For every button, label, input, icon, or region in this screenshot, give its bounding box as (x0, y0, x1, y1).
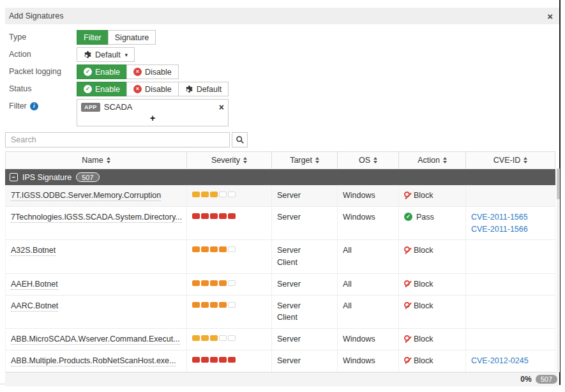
scrollbar-thumb[interactable] (557, 169, 560, 199)
group-row-ips-signature[interactable]: − IPS Signature 507 (5, 169, 555, 185)
search-row (5, 132, 559, 147)
vertical-scrollbar[interactable] (557, 169, 560, 372)
block-icon (404, 192, 410, 197)
column-header-label: Severity (211, 156, 240, 165)
total-count-badge: 507 (536, 375, 557, 384)
target-value: Server (277, 245, 332, 257)
add-signatures-dialog: Add Signatures × Type Filter Signature A… (0, 0, 565, 392)
target-value: Client (277, 257, 332, 269)
packet-logging-disable-button[interactable]: × Disable (126, 64, 179, 79)
severity-block-filled (210, 213, 218, 219)
signatures-table: NameSeverityTargetOSActionCVE-ID − IPS S… (5, 151, 555, 372)
check-circle-icon: ✓ (84, 85, 92, 93)
table-row[interactable]: AARC.BotnetServerClientAllBlock (5, 296, 555, 329)
severity-block-filled (210, 357, 218, 363)
form-row-packet-logging: Packet logging ✓ Enable × Disable (9, 64, 559, 79)
severity-block-filled (192, 192, 200, 197)
os-cell: All (338, 240, 399, 273)
cve-link[interactable]: CVE-2011-1566 (471, 223, 550, 236)
sort-icon (243, 157, 247, 163)
action-default-dropdown[interactable]: Default ▾ (77, 47, 135, 62)
severity-block-filled (210, 246, 218, 252)
severity-block-filled (201, 335, 209, 341)
search-button[interactable] (232, 132, 248, 147)
severity-cell (187, 207, 272, 240)
sort-icon (373, 157, 377, 163)
default-label: Default (197, 85, 222, 94)
table-row[interactable]: 7Technologies.IGSS.SCADA.System.Director… (5, 207, 555, 241)
table-row[interactable]: ABB.MicroSCADA.Wserver.Command.Execut...… (5, 329, 555, 351)
disable-label: Disable (145, 85, 172, 94)
os-cell: All (338, 274, 399, 295)
signature-name-cell: A32S.Botnet (6, 240, 187, 273)
filter-entry-box[interactable]: APP SCADA × + (77, 99, 229, 126)
severity-bar-icon (192, 300, 266, 308)
os-cell: Windows (338, 185, 399, 206)
table-row[interactable]: AAEH.BotnetServerAllBlock (5, 274, 555, 296)
severity-bar-icon (192, 355, 266, 363)
collapse-icon[interactable]: − (10, 173, 18, 181)
gear-icon (185, 85, 193, 93)
block-icon (404, 302, 410, 308)
column-header-label: OS (359, 156, 370, 165)
status-default-button[interactable]: Default (178, 82, 229, 96)
status-segment: ✓ Enable × Disable Default (77, 82, 229, 96)
close-icon[interactable]: × (547, 11, 553, 21)
column-header-action[interactable]: Action (399, 152, 466, 169)
packet-logging-enable-button[interactable]: ✓ Enable (77, 64, 127, 79)
add-filter-line: + (81, 112, 224, 125)
severity-block-filled (192, 246, 200, 252)
table-row[interactable]: A32S.BotnetServerClientAllBlock (5, 240, 555, 274)
table-row[interactable]: ABB.Multiple.Products.RobNetScanHost.exe… (5, 351, 555, 372)
type-signature-button[interactable]: Signature (108, 30, 156, 45)
column-header-os[interactable]: OS (338, 152, 399, 169)
column-header-name[interactable]: Name (6, 152, 187, 169)
sort-icon (315, 157, 319, 163)
severity-bar-icon (192, 211, 266, 219)
severity-block-filled (192, 335, 200, 341)
filter-token-value: SCADA (104, 102, 215, 112)
severity-block-filled (210, 192, 218, 197)
form-row-status: Status ✓ Enable × Disable Default (9, 82, 559, 96)
status-enable-button[interactable]: ✓ Enable (77, 82, 127, 96)
severity-bar-icon (192, 190, 266, 197)
cve-cell (466, 296, 555, 329)
remove-filter-icon[interactable]: × (219, 103, 224, 112)
action-value: Default (95, 50, 121, 59)
signature-name: AAEH.Botnet (11, 280, 58, 290)
severity-block-filled (201, 357, 209, 363)
target-value: Server (277, 278, 332, 290)
column-header-target[interactable]: Target (272, 152, 338, 169)
action-cell: ✓Pass (399, 207, 466, 240)
target-cell: Server (272, 351, 338, 372)
severity-block-empty (219, 335, 227, 341)
severity-block-filled (192, 357, 200, 363)
cve-cell: CVE-2011-1565CVE-2011-1566 (466, 207, 555, 240)
type-filter-button[interactable]: Filter (77, 30, 109, 45)
target-value: Server (277, 355, 332, 367)
severity-cell (187, 329, 272, 350)
severity-block-filled (228, 357, 236, 363)
table-row[interactable]: 7T.IGSS.ODBC.Server.Memory.CorruptionSer… (5, 185, 555, 207)
column-header-cve-id[interactable]: CVE-ID (466, 152, 555, 169)
search-input[interactable] (5, 132, 230, 147)
search-icon (236, 135, 245, 144)
severity-block-filled (228, 213, 236, 219)
status-disable-button[interactable]: × Disable (126, 82, 179, 96)
add-filter-icon[interactable]: + (150, 113, 155, 123)
filter-label: Filter (9, 102, 27, 110)
severity-block-filled (201, 246, 209, 252)
block-icon (404, 246, 410, 252)
severity-block-filled (201, 213, 209, 219)
os-cell: Windows (338, 207, 399, 240)
filter-token-type-tag: APP (81, 103, 100, 112)
cve-link[interactable]: CVE-2012-0245 (471, 355, 550, 367)
info-icon: i (30, 102, 38, 110)
cve-link[interactable]: CVE-2011-1565 (471, 211, 550, 223)
signature-name: 7Technologies.IGSS.SCADA.System.Director… (11, 213, 182, 223)
target-value: Server (277, 211, 332, 223)
severity-block-filled (201, 280, 209, 286)
column-header-severity[interactable]: Severity (187, 152, 272, 169)
dialog-titlebar: Add Signatures × (5, 8, 559, 24)
action-cell: Block (399, 240, 466, 273)
